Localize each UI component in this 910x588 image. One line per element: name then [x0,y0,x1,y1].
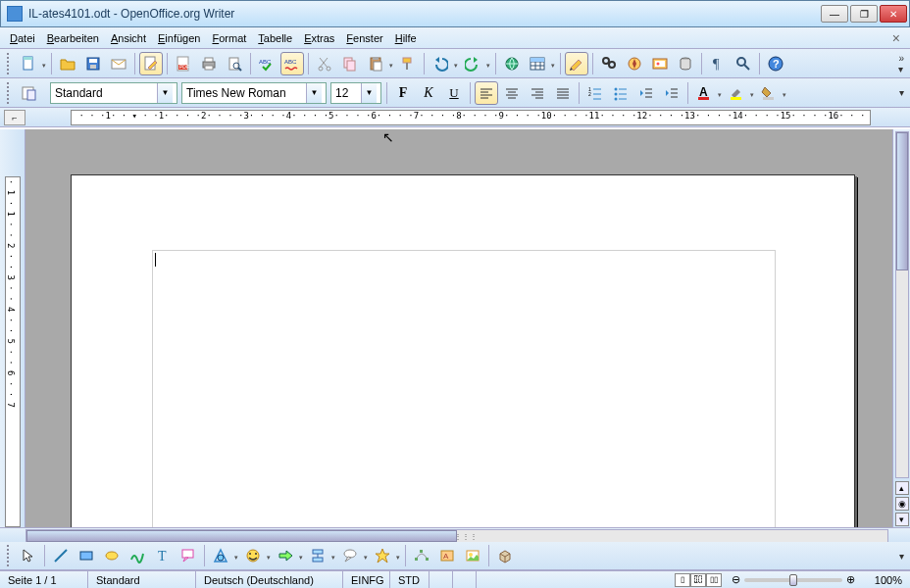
find-button[interactable] [597,52,621,75]
menu-extras[interactable]: Extras [298,30,340,46]
ellipse-button[interactable] [100,544,124,567]
text-button[interactable]: T [151,544,175,567]
status-modified[interactable] [453,571,477,588]
italic-button[interactable]: K [417,81,440,105]
cut-button[interactable] [313,52,336,75]
gallery-button[interactable] [648,52,672,75]
toolbar-grip[interactable] [7,53,13,74]
menu-fenster[interactable]: Fenster [340,30,388,46]
email-button[interactable] [107,52,130,75]
table-button[interactable]: ▾ [526,52,549,75]
status-language[interactable]: Deutsch (Deutschland) [196,571,343,588]
paragraph-style-combo[interactable]: ▼ [50,82,177,104]
blockarrows-button[interactable]: ▾ [274,544,297,567]
menu-format[interactable]: Format [206,30,252,46]
editdoc-button[interactable] [139,52,163,75]
flowchart-button[interactable]: ▾ [306,544,329,567]
rectangle-button[interactable] [75,544,98,567]
book-view[interactable]: ▯▯ [706,573,722,587]
toolbar-grip[interactable] [7,82,13,104]
dropdown-icon[interactable]: ▼ [361,83,377,103]
preview-button[interactable] [223,52,246,75]
zoom-out-icon[interactable]: ⊖ [732,573,740,586]
open-button[interactable] [56,52,79,75]
undo-button[interactable]: ▾ [429,52,452,75]
copy-button[interactable] [338,52,362,75]
minimize-button[interactable]: — [821,5,848,23]
align-right-button[interactable] [526,81,549,105]
redo-button[interactable]: ▾ [461,52,484,75]
symbolshapes-button[interactable]: ▾ [241,544,265,567]
fontwork-button[interactable]: A [435,544,459,567]
autospell-button[interactable]: ABC [280,52,304,75]
font-name-input[interactable] [182,83,306,103]
toolbar-overflow[interactable]: »▾ [896,53,906,74]
dropdown-icon[interactable]: ▼ [157,83,173,103]
zoom-track[interactable] [744,578,842,582]
align-left-button[interactable] [475,81,498,105]
menu-hilfe[interactable]: Hilfe [389,30,423,46]
nav-target-button[interactable]: ◉ [895,497,909,511]
toolbar-overflow[interactable]: ▾ [897,87,906,98]
paste-button[interactable]: ▾ [364,52,387,75]
nav-prev-button[interactable]: ▴ [895,481,909,495]
nonprint-button[interactable]: ¶ [706,52,730,75]
text-frame[interactable] [152,250,776,527]
spellcheck-button[interactable]: ABC [255,52,278,75]
extrusion-button[interactable] [493,544,517,567]
justify-button[interactable] [551,81,575,105]
font-name-combo[interactable]: ▼ [181,82,327,104]
new-button[interactable]: ▾ [17,52,40,75]
status-selection[interactable]: STD [390,571,430,588]
horizontal-ruler[interactable]: · · ·1· · ▾ · ·1· · · ·2· · · ·3· · · ·4… [71,110,871,125]
single-page-view[interactable]: ▯ [675,573,690,587]
stars-button[interactable]: ▾ [371,544,394,567]
font-size-input[interactable] [331,83,361,103]
bgcolor-button[interactable]: ▾ [757,81,781,105]
datasources-button[interactable] [674,52,697,75]
status-insert[interactable]: EINFG [343,571,390,588]
save-button[interactable] [81,52,105,75]
numbering-button[interactable]: 12 [583,81,607,105]
doc-close-icon[interactable]: × [886,30,906,46]
align-center-button[interactable] [500,81,524,105]
line-button[interactable] [49,544,73,567]
pdf-button[interactable]: PDF [172,52,195,75]
navigator-button[interactable] [623,52,646,75]
help-button[interactable]: ? [764,52,787,75]
menu-bearbeiten[interactable]: Bearbeiten [41,30,105,46]
paragraph-style-input[interactable] [51,83,157,103]
maximize-button[interactable]: ❐ [850,5,878,23]
status-style[interactable]: Standard [88,571,196,588]
multi-page-view[interactable]: ⿲ [690,573,706,587]
callouts-button[interactable]: ▾ [338,544,362,567]
freeline-button[interactable] [126,544,149,567]
status-signature[interactable] [430,571,453,588]
formatpaint-button[interactable] [396,52,420,75]
font-size-combo[interactable]: ▼ [330,82,381,104]
zoom-slider[interactable]: ⊖ ⊕ [726,573,861,586]
underline-button[interactable]: U [442,81,466,105]
menu-datei[interactable]: Datei [4,30,41,46]
select-button[interactable] [17,544,40,567]
hyperlink-button[interactable] [500,52,524,75]
vertical-ruler[interactable]: · 1 · 1 · · 2 · · 3 · · 4 · · 5 · · 6 · … [5,176,21,527]
zoom-button[interactable] [732,52,755,75]
points-button[interactable] [410,544,433,567]
dropdown-icon[interactable]: ▼ [306,83,322,103]
bullets-button[interactable] [609,81,632,105]
basicshapes-button[interactable]: ▾ [209,544,232,567]
callout-button[interactable] [177,544,200,567]
status-page[interactable]: Seite 1 / 1 [0,571,88,588]
fromfile-button[interactable] [461,544,484,567]
toolbar-overflow[interactable]: ▾ [897,551,906,562]
nav-next-button[interactable]: ▾ [895,513,909,526]
menu-ansicht[interactable]: Ansicht [105,30,152,46]
print-button[interactable] [197,52,221,75]
document-scroll[interactable] [25,129,892,527]
menu-tabelle[interactable]: Tabelle [252,30,298,46]
outdent-button[interactable] [634,81,658,105]
vertical-scrollbar[interactable] [895,131,909,478]
horizontal-scrollbar[interactable]: ⋮⋮⋮ [25,529,888,543]
ruler-corner[interactable]: ⌐ [4,110,25,125]
